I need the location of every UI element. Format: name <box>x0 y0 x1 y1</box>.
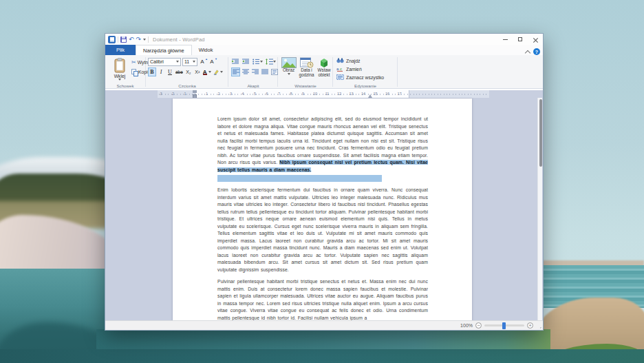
list-caret-icon <box>260 61 263 63</box>
ruler-number: 12 <box>337 92 341 96</box>
status-bar: 100% − + <box>105 320 543 330</box>
help-icon[interactable]: ? <box>533 48 540 55</box>
tab-file[interactable]: Plik <box>105 45 136 55</box>
separator <box>118 37 118 43</box>
italic-button[interactable]: I <box>157 68 165 76</box>
collapse-ribbon-icon[interactable] <box>525 50 530 54</box>
tab-home[interactable]: Narzędzia główne <box>136 45 192 55</box>
subscript-button[interactable]: X₂ <box>184 68 193 76</box>
increase-indent-button[interactable] <box>242 57 250 66</box>
replace-icon: a c <box>336 66 344 72</box>
align-left-button[interactable] <box>231 68 240 76</box>
ruler-number: 14 <box>361 92 365 96</box>
replace-label: Zamień <box>346 67 362 72</box>
highlight-button[interactable] <box>213 68 224 76</box>
document-area: Lorem ipsum dolor sit amet, consectetur … <box>105 98 543 322</box>
title-bar[interactable]: ↶ ↷ Dokument - WordPad <box>105 34 543 45</box>
align-center-button[interactable] <box>241 68 250 76</box>
ruler[interactable]: 3211234567891011121314151617 <box>105 90 543 98</box>
select-all-button[interactable]: Zaznacz wszystko <box>336 74 384 81</box>
list-button[interactable] <box>252 57 264 66</box>
decrease-indent-icon <box>232 59 239 65</box>
minimize-button[interactable] <box>497 34 513 45</box>
line-spacing-caret-icon <box>273 61 276 63</box>
quick-access-toolbar: ↶ ↷ <box>105 36 149 43</box>
qat-customize-caret-icon[interactable] <box>143 39 146 41</box>
zoom-out-button[interactable]: − <box>475 322 482 329</box>
redo-icon[interactable]: ↷ <box>136 36 142 43</box>
paste-button[interactable]: Wklej <box>109 57 130 83</box>
align-right-icon <box>252 69 259 75</box>
ruler-number: 10 <box>313 92 317 96</box>
window-title: Dokument - WordPad <box>153 37 205 43</box>
superscript-button[interactable]: X² <box>193 68 202 76</box>
insert-image-button[interactable]: Obraz <box>280 57 297 75</box>
bold-button[interactable]: B <box>148 68 156 76</box>
grow-font-button[interactable]: A▲ <box>199 57 207 66</box>
document-text[interactable]: Lorem ipsum dolor sit amet, consectetur … <box>217 116 428 322</box>
underline-button[interactable]: U <box>166 68 174 76</box>
align-center-icon <box>242 69 249 75</box>
scissors-icon: ✂ <box>131 59 136 65</box>
paragraph-dialog-icon <box>271 69 278 75</box>
svg-text:a: a <box>336 67 339 71</box>
zoom-slider[interactable] <box>484 324 524 326</box>
paste-label: Wklej <box>114 74 126 79</box>
font-size-select[interactable]: 11 <box>182 58 197 66</box>
ruler-number: 11 <box>325 92 330 96</box>
strikethrough-button[interactable]: abe <box>175 68 184 76</box>
ruler-number: 3 <box>230 92 232 96</box>
ruler-number: 17 <box>397 92 401 96</box>
ruler-number: 4 <box>242 92 244 96</box>
group-label: Czcionka <box>147 83 228 88</box>
clipboard-group: Wklej ✂ Wytnij Kopiuj Schowek <box>105 55 145 89</box>
separator <box>148 37 149 43</box>
line-spacing-button[interactable] <box>265 57 277 66</box>
align-right-button[interactable] <box>250 68 259 76</box>
undo-icon[interactable]: ↶ <box>129 36 134 43</box>
ruler-number: 15 <box>373 92 377 96</box>
insert-object-button[interactable]: Wstaw obiekt <box>315 57 333 78</box>
zoom-slider-thumb[interactable] <box>502 322 506 329</box>
ruler-number: 5 <box>254 92 256 96</box>
close-button[interactable] <box>528 34 543 45</box>
document-page[interactable]: Lorem ipsum dolor sit amet, consectetur … <box>173 98 472 322</box>
wordpad-app-icon[interactable] <box>108 36 116 43</box>
group-label: Wstawianie <box>279 83 332 88</box>
find-button[interactable]: Znajdź <box>336 57 384 64</box>
wordpad-window: ↶ ↷ Dokument - WordPad Plik Narzędzia gł… <box>105 33 544 331</box>
replace-button[interactable]: a c Zamień <box>336 65 384 72</box>
object-cube-icon <box>318 57 330 68</box>
ruler-number: 16 <box>385 92 389 96</box>
insert-datetime-button[interactable]: Data i godzina <box>298 57 315 78</box>
desktop: ↶ ↷ Dokument - WordPad Plik Narzędzia gł… <box>0 0 644 363</box>
tab-view[interactable]: Widok <box>192 45 220 55</box>
ruler-number: 1 <box>184 92 186 96</box>
justify-icon <box>261 69 268 75</box>
paragraph-group: Akapit <box>229 55 277 89</box>
first-line-indent-marker[interactable] <box>193 90 197 93</box>
paragraph-dialog-button[interactable] <box>270 68 279 76</box>
resize-grip[interactable] <box>537 324 542 329</box>
ruler-number: 7 <box>278 92 280 96</box>
ruler-number: 2 <box>217 92 219 96</box>
selection-blank-line <box>217 175 382 182</box>
zoom-in-button[interactable]: + <box>527 322 533 329</box>
paste-caret-icon <box>118 79 121 81</box>
zoom-level: 100% <box>460 323 473 328</box>
maximize-button[interactable] <box>513 34 528 45</box>
scrollbar-thumb[interactable] <box>539 99 542 167</box>
shrink-font-button[interactable]: A▼ <box>208 57 217 66</box>
font-family-select[interactable]: Calibri <box>148 58 181 66</box>
justify-button[interactable] <box>260 68 269 76</box>
font-color-button[interactable]: A <box>202 68 212 76</box>
highlight-caret-icon <box>220 71 223 73</box>
zoom-controls: 100% − + <box>460 322 543 329</box>
vertical-scrollbar[interactable] <box>537 98 542 322</box>
insert-group: Obraz Data i godzina <box>279 55 332 89</box>
font-color-icon: A <box>203 69 207 75</box>
group-divider <box>228 57 228 87</box>
find-binoculars-icon <box>336 58 344 63</box>
save-icon[interactable] <box>120 37 127 43</box>
decrease-indent-button[interactable] <box>231 57 240 66</box>
